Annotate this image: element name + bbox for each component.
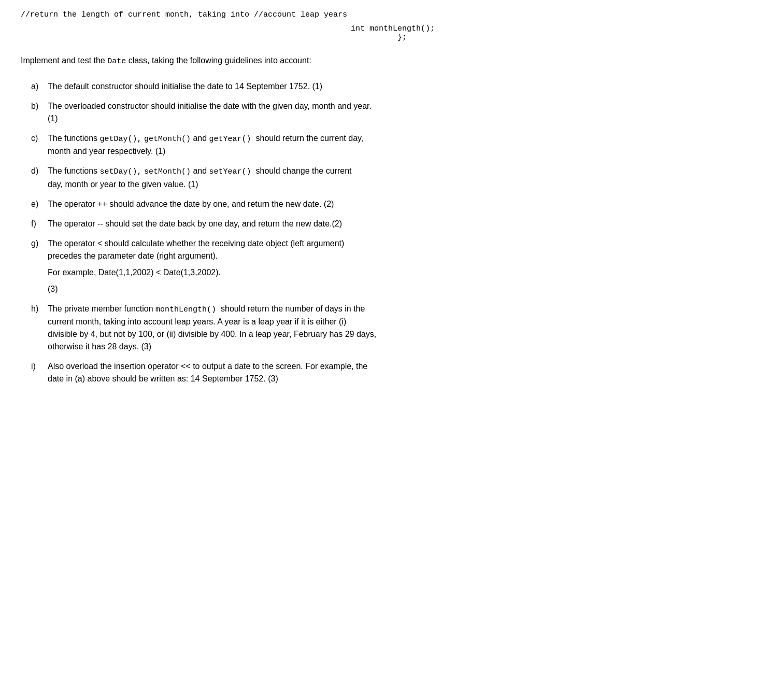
list-item-f: f) The operator -- should set the date b… [31,218,746,230]
label-a: a) [31,80,48,93]
content-i: Also overload the insertion operator << … [48,360,746,385]
label-b: b) [31,100,48,112]
code-getYear-c: getYear() [209,135,251,144]
content-e: The operator ++ should advance the date … [48,198,746,210]
content-c: The functions getDay(), getMonth() and g… [48,132,746,158]
list-item-c: c) The functions getDay(), getMonth() an… [31,132,746,158]
label-f: f) [31,218,48,230]
code-getDay: getDay(), [100,135,142,144]
content-g: The operator < should calculate whether … [48,237,746,295]
list-item-e: e) The operator ++ should advance the da… [31,198,746,210]
label-h: h) [31,303,48,315]
code-function-block: int monthLength(); }; [21,24,746,42]
label-d: d) [31,165,48,177]
list-item-a: a) The default constructor should initia… [31,80,746,93]
code-getMonth: getMonth() [144,135,191,144]
list-item-i: i) Also overload the insertion operator … [31,360,746,385]
code-setMonth: setMonth() [144,167,191,176]
list-item-g: g) The operator < should calculate wheth… [31,237,746,295]
guidelines-list: a) The default constructor should initia… [31,80,746,386]
code-monthLength: monthLength() [155,305,216,314]
label-i: i) [31,360,48,373]
date-class-name: Date [107,57,126,66]
example-g: For example, Date(1,1,2002) < Date(1,3,2… [48,266,746,279]
content-b: The overloaded constructor should initia… [48,100,746,125]
top-comment: //return the length of current month, ta… [21,10,746,19]
list-item-d: d) The functions setDay(), setMonth() an… [31,165,746,191]
code-setDay: setDay(), [100,167,142,176]
list-item-h: h) The private member function monthLeng… [31,303,746,353]
label-g: g) [31,237,48,250]
content-d: The functions setDay(), setMonth() and s… [48,165,746,191]
content-h: The private member function monthLength(… [48,303,746,353]
content-f: The operator -- should set the date back… [48,218,746,230]
content-b-sub: (1) [48,114,58,123]
intro-text-after: class, taking the following guidelines i… [126,56,311,65]
label-e: e) [31,198,48,210]
list-item-b: b) The overloaded constructor should ini… [31,100,746,125]
points-g: (3) [48,283,746,295]
intro-text-before: Implement and test the [21,56,107,65]
intro-paragraph: Implement and test the Date class, takin… [21,54,746,68]
code-setYear: setYear() [209,167,251,176]
label-c: c) [31,132,48,145]
content-a: The default constructor should initialis… [48,80,746,93]
page-content: //return the length of current month, ta… [21,10,746,385]
